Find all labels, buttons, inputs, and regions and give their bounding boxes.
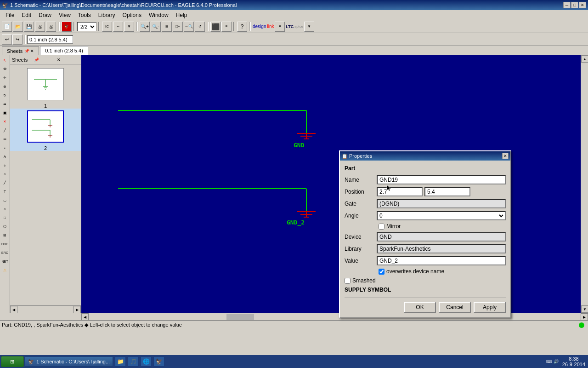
menu-help[interactable]: Help — [172, 11, 191, 19]
taskbar-ie-button[interactable]: 🌐 — [141, 356, 152, 367]
lt-circle[interactable]: ○ — [1, 205, 9, 213]
bottom-scrollbar[interactable]: ◀ ▶ — [81, 313, 588, 320]
dialog-close-button[interactable]: ✕ — [502, 153, 509, 159]
dialog-value-input[interactable] — [377, 256, 506, 265]
scroll-up-button[interactable]: ▲ — [581, 55, 588, 63]
dialog-device-input[interactable] — [377, 232, 506, 242]
sheet-2-container[interactable]: 2 — [10, 109, 81, 151]
dialog-ok-button[interactable]: OK — [404, 302, 436, 313]
lt-erc[interactable]: ERC — [1, 248, 9, 257]
print-button[interactable]: 🖨 — [35, 22, 45, 32]
dialog-gate-input[interactable] — [377, 199, 506, 208]
lt-eye[interactable]: 👁 — [1, 65, 9, 73]
zoom-in-button[interactable]: 🔍+ — [140, 22, 150, 32]
help-button[interactable]: ? — [237, 22, 247, 32]
undo-button[interactable]: ↩ — [2, 34, 12, 45]
scroll-track-vertical[interactable] — [581, 63, 588, 305]
sheet-1-thumb[interactable] — [27, 68, 64, 100]
lt-pin[interactable]: ○ — [1, 170, 9, 178]
lt-polygon[interactable]: ⬡ — [1, 222, 9, 230]
menu-options[interactable]: Options — [119, 11, 145, 19]
sheet-1-container[interactable]: 1 — [10, 66, 81, 109]
design-link-dropdown[interactable]: ▼ — [275, 22, 285, 32]
lt-drc[interactable]: DRC — [1, 240, 9, 248]
menu-file[interactable]: File — [2, 11, 18, 19]
lt-rotate[interactable]: ↻ — [1, 91, 9, 99]
lt-text[interactable]: T — [1, 187, 9, 196]
dialog-apply-button[interactable]: Apply — [474, 302, 506, 313]
add-part-button[interactable]: IC — [102, 22, 112, 32]
lt-bus[interactable]: ═ — [1, 135, 9, 143]
sheet-2-thumb[interactable] — [27, 110, 64, 143]
scroll-left-button[interactable]: ◀ — [81, 313, 89, 321]
tab-sheets-close[interactable]: ✕ — [30, 49, 34, 53]
taskbar-eagle2-button[interactable]: 🦅 — [153, 356, 164, 367]
dialog-overwrites-checkbox[interactable] — [379, 269, 384, 275]
sheets-scroll-track[interactable] — [17, 306, 74, 313]
dialog-position-y-input[interactable] — [424, 187, 470, 196]
redraw-button[interactable]: ↺ — [195, 22, 205, 32]
sheets-close-icon[interactable]: ✕ — [57, 58, 79, 62]
lt-pointer[interactable]: ↖ — [1, 56, 9, 64]
print2-button[interactable]: 🖨 — [46, 22, 56, 32]
dialog-cancel-button[interactable]: Cancel — [439, 302, 471, 313]
eagle-button[interactable]: 🦅 — [62, 22, 72, 32]
right-scrollbar[interactable]: ▲ ▼ — [581, 55, 588, 313]
sheet-selector[interactable]: 2/2 1/2 — [77, 22, 96, 31]
lt-copy[interactable]: ⊕ — [1, 82, 9, 91]
layers-button[interactable]: ≡ — [221, 22, 232, 32]
taskbar-eagle-item[interactable]: 🦅 1 Schematic - C:\Users\Tjalling... — [25, 356, 113, 367]
zoom-out-button[interactable]: 🔍- — [151, 22, 161, 32]
lt-mirror[interactable]: ⬌ — [1, 100, 9, 108]
invoke-button[interactable]: ▼ — [124, 22, 134, 32]
taskbar-winamp-button[interactable]: 🎵 — [128, 356, 139, 367]
zoom-prev-button[interactable]: ←🔍 — [184, 22, 194, 32]
close-button[interactable]: ✕ — [579, 2, 586, 8]
scroll-right-button[interactable]: ▶ — [581, 313, 588, 321]
lt-line[interactable]: ╱ — [1, 178, 9, 187]
dialog-library-input[interactable] — [377, 244, 506, 253]
tab-coord[interactable]: 0.1 inch (2.8 5.4) — [40, 46, 88, 55]
dialog-smashed-checkbox[interactable] — [345, 278, 351, 284]
lt-arc[interactable]: ◡ — [1, 196, 9, 204]
sheets-scrollbar[interactable]: ◀ ▶ — [10, 305, 81, 313]
menu-library[interactable]: Library — [95, 11, 119, 19]
open-button[interactable]: 📂 — [13, 22, 23, 32]
lt-move[interactable]: ✛ — [1, 74, 9, 82]
start-button[interactable]: ⊞ — [1, 356, 24, 367]
dialog-mirror-checkbox[interactable] — [379, 224, 384, 230]
tab-sheets[interactable]: Sheets 📌 ✕ — [2, 46, 39, 55]
dialog-position-x-input[interactable] — [377, 187, 423, 196]
dialog-name-input[interactable] — [377, 175, 506, 184]
stop-button[interactable]: ⬛ — [210, 22, 220, 32]
minimize-button[interactable]: ─ — [563, 2, 571, 8]
sheets-scroll-up[interactable]: ◀ — [10, 306, 17, 313]
menu-draw[interactable]: Draw — [35, 11, 55, 19]
new-button[interactable]: 📄 — [2, 22, 12, 32]
sheets-pin-icon[interactable]: 📌 — [34, 58, 56, 62]
scroll-thumb-horizontal[interactable] — [226, 314, 254, 320]
lt-junction[interactable]: • — [1, 144, 9, 152]
menu-edit[interactable]: Edit — [18, 11, 35, 19]
lt-netlist[interactable]: NET — [1, 257, 9, 265]
sheets-scroll-down[interactable]: ▶ — [74, 306, 81, 313]
menu-view[interactable]: View — [55, 11, 74, 19]
lt-label[interactable]: A — [1, 152, 9, 161]
zoom-fit-button[interactable]: ⊞ — [162, 22, 172, 32]
lt-group[interactable]: ▣ — [1, 109, 9, 117]
dialog-angle-select[interactable]: 0 90 180 270 — [377, 211, 506, 220]
ltc-spice-dropdown[interactable]: ▼ — [304, 22, 314, 32]
lt-frame[interactable]: ⊞ — [1, 231, 9, 239]
save-button[interactable]: 💾 — [24, 22, 34, 32]
lt-rect[interactable]: □ — [1, 213, 9, 222]
lt-net[interactable]: ╱ — [1, 126, 9, 134]
replace-button[interactable]: ↔ — [113, 22, 123, 32]
lt-delete[interactable]: ✕ — [1, 117, 9, 126]
menu-window[interactable]: Window — [145, 11, 172, 19]
taskbar-folder-button[interactable]: 📁 — [115, 356, 126, 367]
menu-tools[interactable]: Tools — [74, 11, 95, 19]
zoom-select-button[interactable]: □+ — [173, 22, 183, 32]
maximize-button[interactable]: □ — [571, 2, 578, 8]
tab-sheets-pin[interactable]: 📌 — [24, 49, 29, 53]
scroll-down-button[interactable]: ▼ — [581, 305, 588, 313]
